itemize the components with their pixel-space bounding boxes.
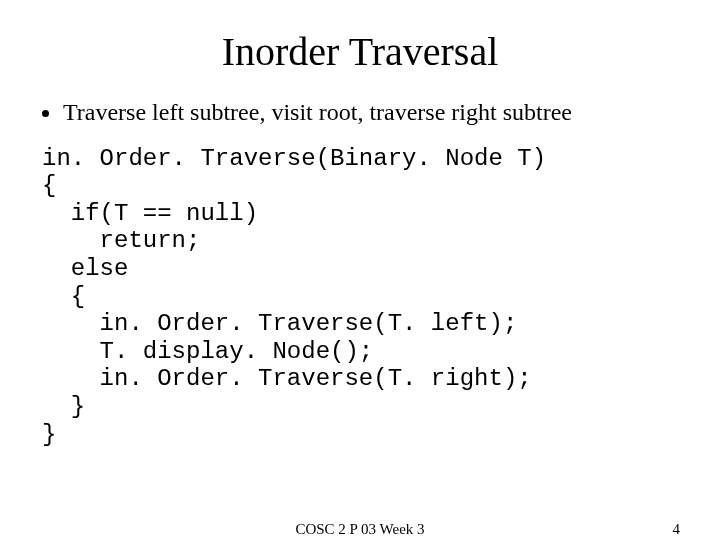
code-block: in. Order. Traverse(Binary. Node T) { if… xyxy=(0,145,720,449)
footer-page-number: 4 xyxy=(673,521,681,538)
bullet-list: Traverse left subtree, visit root, trave… xyxy=(0,99,720,127)
bullet-item: Traverse left subtree, visit root, trave… xyxy=(42,99,678,127)
bullet-text: Traverse left subtree, visit root, trave… xyxy=(63,99,678,127)
bullet-dot-icon xyxy=(42,110,49,117)
slide: Inorder Traversal Traverse left subtree,… xyxy=(0,28,720,540)
footer-course: COSC 2 P 03 Week 3 xyxy=(0,521,720,538)
slide-title: Inorder Traversal xyxy=(0,28,720,75)
